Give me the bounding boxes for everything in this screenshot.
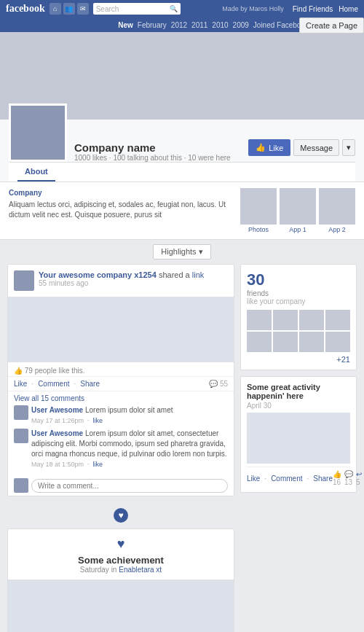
timeline-year-2011[interactable]: 2011: [191, 21, 207, 29]
thumbs-up-icon: 👍: [256, 143, 266, 152]
share-stat-icon: ↩: [356, 470, 362, 478]
nav-right-links: Made by Maros Holly Find Friends Home: [222, 5, 358, 13]
activity-image: [247, 413, 350, 464]
view-all-comments-link[interactable]: View all 15 comments: [14, 394, 228, 402]
app2-thumbnail[interactable]: [319, 188, 355, 225]
timeline-year-2010[interactable]: 2010: [212, 21, 228, 29]
friends-icon[interactable]: 👥: [63, 3, 75, 15]
create-page-button[interactable]: Create a Page: [299, 17, 364, 34]
timeline-year-2012[interactable]: 2012: [171, 21, 187, 29]
post-likes-text: 👍 79 people like this.: [8, 365, 234, 376]
comment-author[interactable]: User Awesome: [31, 406, 83, 414]
activity-comment-link[interactable]: Comment: [271, 475, 302, 483]
friend-thumb: [273, 332, 298, 352]
write-comment-input[interactable]: [31, 479, 228, 493]
photo-thumbnails: Photos App 1 App 2: [240, 188, 355, 233]
home-link[interactable]: Home: [339, 5, 358, 13]
comment-body: User Awesome Lorem ipsum dolor sit amet …: [31, 405, 228, 426]
about-photos-section: Company Aliquam lectus orci, adipiscing …: [0, 182, 364, 240]
app1-col: App 1: [280, 188, 316, 233]
top-navigation: facebook ⌂ 👥 ✉ Search 🔍 Made by Maros Ho…: [0, 0, 364, 17]
comments-section: View all 15 comments User Awesome Lorem …: [8, 391, 234, 475]
post-action-text: shared a: [159, 270, 192, 279]
friends-more-link[interactable]: +21: [247, 355, 350, 364]
about-nav-about[interactable]: About: [17, 163, 55, 182]
likes-stat: 👍 16: [333, 470, 341, 486]
post-meta: Your awesome company x1254 shared a link…: [39, 270, 228, 287]
post-share-link[interactable]: Share: [80, 380, 100, 388]
about-description: Aliquam lectus orci, adipiscing et, soda…: [9, 200, 234, 220]
activity-action-links: Like · Comment · Share: [247, 475, 333, 483]
photos-col: Photos: [240, 188, 277, 233]
app1-thumbnail[interactable]: [280, 188, 316, 225]
made-by-text: Made by Maros Holly: [222, 5, 284, 12]
photos-label: Photos: [248, 226, 269, 233]
comment-time: May 17 at 1:26pm: [31, 417, 84, 424]
highlights-bar: Highlights ▾: [0, 240, 364, 264]
main-content: Your awesome company x1254 shared a link…: [0, 264, 364, 632]
friend-thumb: [325, 332, 350, 352]
timeline-year-2009[interactable]: 2009: [233, 21, 249, 29]
message-button[interactable]: Message: [293, 139, 339, 156]
profile-actions: 👍 Like Message ▾: [248, 139, 355, 162]
company-name: Company name: [74, 141, 241, 154]
post-comment-link[interactable]: Comment: [38, 380, 69, 388]
friend-thumb: [325, 310, 350, 330]
friends-sublabel: like your company: [247, 297, 350, 305]
comment-like-link[interactable]: like: [92, 461, 103, 468]
left-column: Your awesome company x1254 shared a link…: [7, 264, 234, 632]
search-input[interactable]: Search 🔍: [93, 3, 181, 15]
post-header: Your awesome company x1254 shared a link…: [8, 265, 234, 294]
comment-row: User Awesome Lorem ipsum dolor sit amet …: [14, 405, 228, 426]
post-image: [8, 297, 234, 362]
thumbs-up-small-icon: 👍: [14, 367, 23, 375]
comment-body: User Awesome Lorem ipsum dolor sit amet,…: [31, 429, 228, 469]
friend-thumb: [247, 310, 272, 330]
photos-thumbnail[interactable]: [240, 188, 277, 225]
timeline-year-new[interactable]: New: [118, 21, 133, 29]
profile-info: Company name 1000 likes · 100 talking ab…: [74, 141, 241, 162]
app2-col: App 2: [319, 188, 355, 233]
achievement-card: ♥ Some achievement Saturday in Enabletar…: [7, 528, 234, 632]
achievement-location-link[interactable]: Enabletara xt: [119, 566, 162, 574]
friends-card: 30 friends like your company +21: [240, 264, 357, 370]
timeline-dot: ♥: [114, 508, 128, 523]
friend-thumb: [299, 310, 324, 330]
post-link[interactable]: link: [192, 270, 205, 279]
post-author-avatar: [14, 270, 34, 291]
activity-date: April 30: [247, 402, 350, 410]
home-icon[interactable]: ⌂: [50, 3, 61, 15]
comment-time: May 18 at 1:50pm: [31, 461, 84, 468]
activity-like-link[interactable]: Like: [247, 475, 260, 483]
comment-avatar: [14, 405, 28, 420]
friend-thumb: [299, 332, 324, 352]
achievement-image: [8, 580, 234, 632]
friend-thumb: [273, 310, 298, 330]
post-timestamp: 55 minutes ago: [39, 279, 228, 287]
activity-footer: Like · Comment · Share 👍 16 💬 13: [247, 467, 350, 486]
profile-dropdown-button[interactable]: ▾: [342, 139, 355, 156]
profile-inner: Company name 1000 likes · 100 talking ab…: [9, 125, 355, 162]
achievement-title: Some achievement: [14, 555, 228, 566]
messages-icon[interactable]: ✉: [77, 3, 89, 15]
post-author-name[interactable]: Your awesome company x1254: [39, 270, 157, 279]
post-like-link[interactable]: Like: [14, 380, 27, 388]
facebook-logo: facebook: [6, 3, 45, 15]
like-page-button[interactable]: 👍 Like: [248, 139, 290, 156]
post-footer: Like · Comment · Share 💬 55: [8, 376, 234, 391]
app2-label: App 2: [328, 226, 346, 233]
post-card: Your awesome company x1254 shared a link…: [7, 264, 234, 496]
post-comment-count: 💬 55: [209, 380, 228, 388]
comment-avatar: [14, 429, 28, 443]
find-friends-link[interactable]: Find Friends: [293, 5, 333, 13]
timeline-year-feb[interactable]: February: [138, 21, 167, 29]
comment-like-link[interactable]: like: [92, 417, 103, 424]
heart-icon: ♥: [118, 510, 123, 520]
highlights-button[interactable]: Highlights ▾: [153, 244, 210, 260]
activity-share-link[interactable]: Share: [313, 475, 333, 483]
write-comment-section: [8, 475, 234, 496]
comment-icon: 💬: [209, 380, 218, 388]
timeline-dot-section: ♥: [7, 502, 234, 528]
comment-author[interactable]: User Awesome: [31, 429, 83, 437]
thumbs-stat-icon: 👍: [333, 470, 341, 478]
